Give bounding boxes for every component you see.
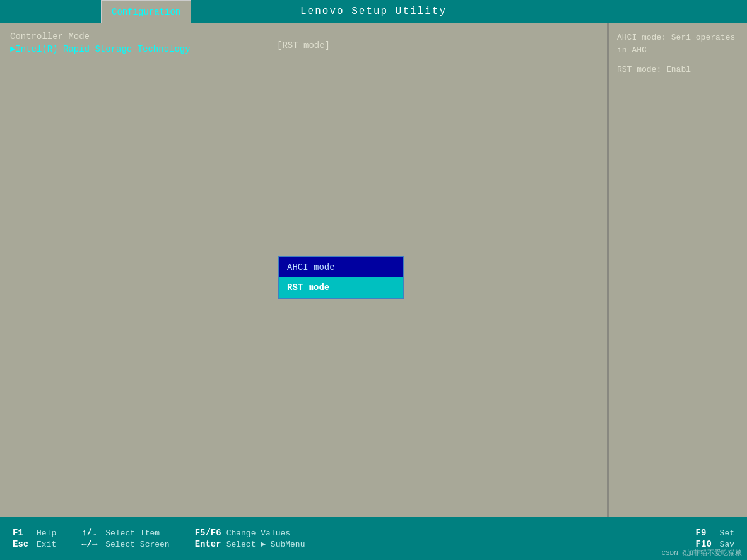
- nav-updown-desc: Select Item: [105, 528, 160, 538]
- left-panel: Controller Mode ►Intel(R) Rapid Storage …: [0, 23, 608, 517]
- enter-key-desc: Select ► SubMenu: [226, 540, 305, 549]
- nav-leftright-label: ←/→: [81, 539, 100, 549]
- f1-key-desc: Help: [37, 528, 56, 538]
- f9-key-desc: Set: [720, 528, 734, 538]
- controller-mode-label: Controller Mode: [10, 32, 191, 42]
- enter-key-label: Enter: [195, 539, 221, 549]
- bottom-bar: F1 Help Esc Exit ↑/↓ Select Item ←/→ Sel…: [0, 517, 747, 560]
- f5f6-group: F5/F6 Change Values Enter Select ► SubMe…: [195, 528, 305, 549]
- nav-group: ↑/↓ Select Item ←/→ Select Screen: [81, 528, 169, 549]
- controller-mode-value: [RST mode]: [277, 40, 330, 50]
- f5f6-key-desc: Change Values: [226, 528, 290, 538]
- top-bar: Lenovo Setup Utility Configuration: [0, 0, 747, 23]
- dropdown-item-ahci[interactable]: AHCI mode: [279, 257, 403, 277]
- controller-mode-dropdown: AHCI mode RST mode: [278, 256, 404, 299]
- dropdown-item-rst[interactable]: RST mode: [279, 277, 403, 298]
- bios-title: Lenovo Setup Utility: [300, 6, 447, 17]
- f9f10-group: F9 Set F10 Sav: [696, 528, 734, 549]
- f1-key-label: F1: [13, 528, 32, 538]
- f9-key-label: F9: [696, 528, 715, 538]
- intel-rst-item[interactable]: ►Intel(R) Rapid Storage Technology: [10, 44, 191, 54]
- f1-group: F1 Help Esc Exit: [13, 528, 56, 549]
- watermark: CSDN @加菲猫不爱吃猫粮: [661, 548, 742, 557]
- esc-key-label: Esc: [13, 539, 32, 549]
- f5f6-key-label: F5/F6: [195, 528, 221, 538]
- tab-configuration[interactable]: Configuration: [101, 0, 191, 23]
- help-ahci-mode: AHCI mode: Seri operates in AHC: [617, 32, 739, 56]
- right-panel: AHCI mode: Seri operates in AHC RST mode…: [608, 23, 747, 517]
- esc-key-desc: Exit: [37, 540, 56, 549]
- help-rst-mode: RST mode: Enabl: [617, 64, 739, 76]
- main-content: Controller Mode ►Intel(R) Rapid Storage …: [0, 23, 747, 517]
- nav-leftright-desc: Select Screen: [105, 540, 169, 549]
- nav-updown-label: ↑/↓: [81, 528, 100, 538]
